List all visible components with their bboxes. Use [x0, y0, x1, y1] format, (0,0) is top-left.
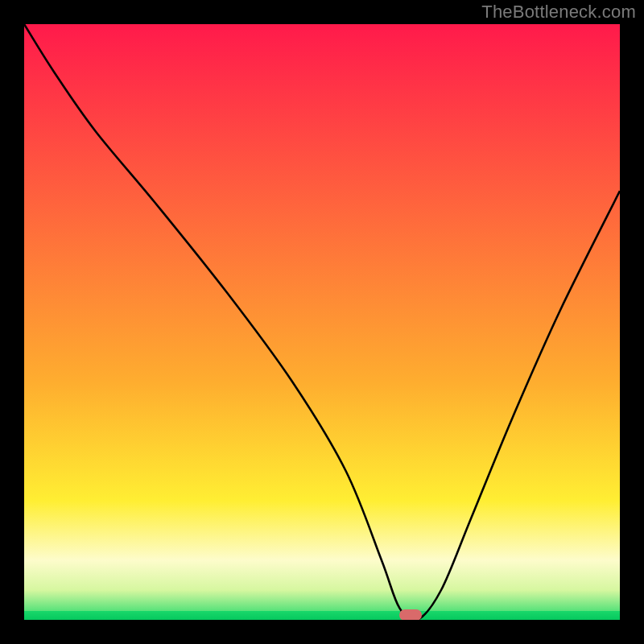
watermark-text: TheBottleneck.com: [481, 2, 636, 23]
bottleneck-curve: [24, 24, 620, 620]
chart-frame: TheBottleneck.com: [0, 0, 644, 644]
plot-area: [24, 24, 620, 620]
bottleneck-curve-path: [24, 24, 620, 620]
optimal-marker: [399, 609, 422, 620]
